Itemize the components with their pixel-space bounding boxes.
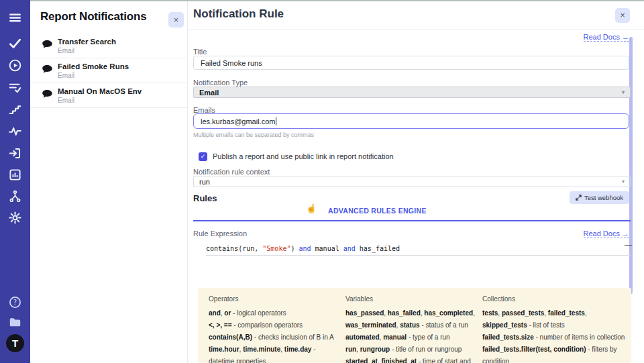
close-form-button[interactable]: × <box>615 8 630 23</box>
speech-bubble-icon <box>42 64 53 74</box>
help-item: has_passed, has_failed, has_completed, w… <box>345 307 477 331</box>
help-column-title: Operators <box>209 295 337 303</box>
help-column-title: Collections <box>482 295 631 303</box>
help-item: started_at, finished_at - time of start … <box>345 356 477 363</box>
webhook-arrows-icon <box>576 195 582 201</box>
notification-type-select[interactable]: Email ▾ <box>193 87 631 98</box>
title-value: Failed Smoke runs <box>201 59 262 67</box>
read-docs-link[interactable]: Read Docs → <box>584 229 629 238</box>
import-icon[interactable] <box>9 147 21 160</box>
emails-input[interactable]: les.kurbas@gmail.com <box>193 113 629 129</box>
help-item: tests, passed_tests, failed_tests, skipp… <box>482 307 631 331</box>
code-segment: "Smoke" <box>262 245 290 252</box>
list-item[interactable]: Transfer Search Email <box>30 34 188 58</box>
code-segment: has_failed <box>356 245 400 252</box>
help-column: Variableshas_passed, has_failed, has_com… <box>345 295 477 363</box>
list-item[interactable]: Failed Smoke Runs Email <box>30 58 188 83</box>
editor-resize-handle[interactable]: — <box>625 240 632 248</box>
code-active-line-underline <box>206 255 631 256</box>
form-header: Notification Rule × <box>188 0 644 30</box>
rule-context-label: Notification rule context <box>193 168 270 176</box>
notification-subtitle: Email <box>58 47 74 54</box>
steps-icon[interactable] <box>9 103 21 115</box>
close-panel-button[interactable]: × <box>168 12 184 28</box>
tab-active-underline <box>193 220 631 221</box>
settings-gear-icon[interactable] <box>9 211 21 224</box>
help-item: automated, manual - type of a run <box>345 331 477 344</box>
speech-bubble-icon <box>42 40 53 50</box>
pulse-icon[interactable] <box>9 125 21 138</box>
emails-helper-text: Multiple emails can be separated by comm… <box>193 132 314 138</box>
notification-title: Transfer Search <box>58 38 116 46</box>
title-label: Title <box>193 48 207 56</box>
notification-subtitle: Email <box>58 72 74 79</box>
code-segment: and <box>299 245 311 252</box>
text-caret <box>276 117 276 125</box>
help-item: failed_tests.filter(test, condition) - f… <box>482 344 631 363</box>
read-docs-link[interactable]: Read Docs → <box>584 33 629 42</box>
list-item[interactable]: Manual On MacOS Env Email <box>30 83 188 108</box>
branches-icon[interactable] <box>9 190 21 203</box>
rule-expression-label: Rule Expression <box>193 229 247 238</box>
chevron-down-icon: ▾ <box>622 89 625 95</box>
icon-sidebar: ? T <box>0 0 30 363</box>
rule-expression-code[interactable]: contains(run, "Smoke") and manual and ha… <box>206 245 400 252</box>
help-item: and, or - logical operators <box>209 307 337 319</box>
help-item: failed_tests.size - number of items in c… <box>482 331 631 344</box>
svg-text:?: ? <box>13 299 17 306</box>
chevron-down-icon: ▾ <box>622 178 625 185</box>
publish-checkbox[interactable]: ✓ <box>199 152 207 161</box>
notification-type-value: Email <box>199 89 219 97</box>
hand-cursor: ☝ <box>306 203 317 213</box>
help-item: contains(A,B) - checks inclusion of B in… <box>209 331 337 344</box>
logo-t[interactable]: T <box>6 334 24 352</box>
code-segment: manual <box>311 245 343 252</box>
help-item: run, rungroup - title of run or rungroup <box>345 344 477 356</box>
report-notifications-panel: Report Notifications × Transfer Search E… <box>30 0 188 363</box>
publish-checkbox-label[interactable]: Publish a report and use public link in … <box>213 152 394 160</box>
help-icon[interactable]: ? <box>9 296 21 309</box>
test-webhook-button[interactable]: Test webhook <box>570 191 629 204</box>
emails-value: les.kurbas@gmail.com <box>201 117 275 125</box>
checkbox-check-icon: ✓ <box>201 153 206 160</box>
help-item: <, >, == - comparison operators <box>209 319 337 331</box>
help-column: Operatorsand, or - logical operators<, >… <box>209 295 337 363</box>
help-column: Collectionstests, passed_tests, failed_t… <box>482 295 631 363</box>
app-window: ? T Report Notifications × Transfer Sear… <box>0 0 644 363</box>
expression-help-box: Operatorsand, or - logical operators<, >… <box>198 288 631 363</box>
window-top-edge <box>30 0 644 1</box>
test-webhook-label: Test webhook <box>584 194 623 201</box>
speech-bubble-icon <box>42 89 53 99</box>
rules-heading: Rules <box>193 193 217 203</box>
rule-context-select[interactable]: run ▾ <box>193 176 631 187</box>
notification-title: Manual On MacOS Env <box>58 87 142 95</box>
tab-advanced-rules-engine[interactable]: ADVANCED RULES ENGINE <box>328 207 427 215</box>
test-list-icon[interactable] <box>9 81 21 94</box>
menu-icon[interactable] <box>9 11 21 24</box>
notification-list: Transfer Search Email Failed Smoke Runs … <box>30 34 188 108</box>
runs-play-icon[interactable] <box>9 59 21 72</box>
help-column-title: Variables <box>345 295 477 303</box>
title-input[interactable]: Failed Smoke runs <box>193 56 629 70</box>
page-title: Notification Rule <box>193 7 284 21</box>
panel-title: Report Notifications <box>40 10 146 23</box>
projects-folder-icon[interactable] <box>9 316 21 329</box>
notification-type-label: Notification Type <box>193 79 248 87</box>
notification-rule-form: Notification Rule × Read Docs → Title Fa… <box>188 0 644 363</box>
code-segment: and <box>343 245 356 252</box>
rule-context-value: run <box>199 178 210 186</box>
analytics-icon[interactable] <box>9 168 21 181</box>
tasks-check-icon[interactable] <box>9 37 21 50</box>
notification-subtitle: Email <box>58 97 74 104</box>
code-segment: contains(run, <box>206 245 262 252</box>
code-segment: ) <box>290 245 299 252</box>
help-item: time.hour, time.minute, time.day - datet… <box>209 344 337 363</box>
notification-title: Failed Smoke Runs <box>58 62 129 70</box>
